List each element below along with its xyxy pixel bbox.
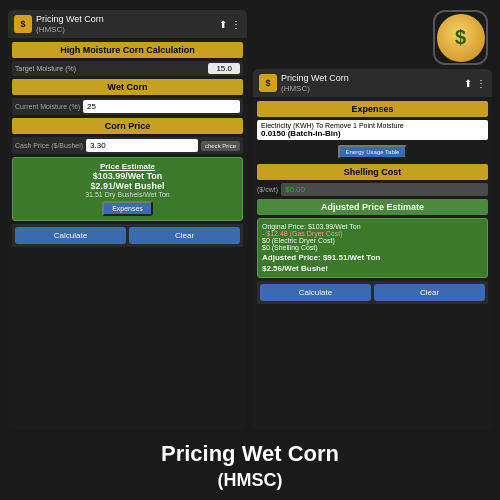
right-bottom-buttons: Calculate Clear [257, 281, 488, 304]
bottom-main-title: Pricing Wet Corn [0, 440, 500, 469]
adj-section-header: Adjusted Price Estimate [257, 199, 488, 215]
right-share-icon[interactable]: ⬆ [464, 78, 472, 89]
electricity-label: Electricity (KWH) To Remove 1 Point Mois… [261, 122, 484, 129]
shelling-section-header: Shelling Cost [257, 164, 488, 180]
app-corn-icon: $ [433, 10, 488, 65]
left-phone-header: $ Pricing Wet Corn (HMSC) ⬆ ⋮ [8, 10, 247, 38]
app-icon-container: $ [253, 10, 492, 65]
price-line-3: 31.51 Dry Bushels/Wet Ton [17, 191, 238, 198]
expenses-button[interactable]: Expenses [102, 201, 153, 216]
right-app-icon: $ [259, 74, 277, 92]
current-moisture-row: Current Moisture (%) [12, 98, 243, 115]
right-menu-icon[interactable]: ⋮ [476, 78, 486, 89]
right-icon-symbol: $ [265, 78, 270, 88]
right-calculate-button[interactable]: Calculate [260, 284, 371, 301]
check-price-button[interactable]: check Price [201, 141, 240, 151]
cash-price-input[interactable] [86, 139, 198, 152]
target-moisture-row: Target Moisture (%) 15.0 [12, 61, 243, 76]
gas-dryer-line: - $12.48 (Gas Dryer Cost) [262, 230, 483, 237]
left-header-title: Pricing Wet Corn (HMSC) [36, 14, 215, 34]
left-calculate-button[interactable]: Calculate [15, 227, 126, 244]
menu-icon[interactable]: ⋮ [231, 19, 241, 30]
panels-row: $ Pricing Wet Corn (HMSC) ⬆ ⋮ High Moist… [0, 0, 500, 434]
dollar-icon: $ [455, 26, 466, 49]
shelling-cost-line: $0 (Shelling Cost) [262, 244, 483, 251]
left-bottom-buttons: Calculate Clear [12, 224, 243, 247]
right-header-icons: ⬆ ⋮ [464, 78, 486, 89]
bottom-title-area: Pricing Wet Corn (HMSC) [0, 434, 500, 500]
share-icon[interactable]: ⬆ [219, 19, 227, 30]
hmc-section-header: High Moisture Corn Calculation [12, 42, 243, 58]
right-phone-body: Expenses Electricity (KWH) To Remove 1 P… [253, 97, 492, 430]
left-icon-symbol: $ [20, 19, 25, 29]
shelling-row: ($/cwt) $0.00 [257, 183, 488, 196]
left-clear-button[interactable]: Clear [129, 227, 240, 244]
adjusted-price-box: Original Price: $103.99/Wet Ton - $12.48… [257, 218, 488, 278]
right-phone-header: $ Pricing Wet Corn (HMSC) ⬆ ⋮ [253, 69, 492, 97]
adjusted-price-line: Adjusted Price: $91.51/Wet Ton [262, 253, 483, 262]
bottom-sub-title: (HMSC) [0, 469, 500, 492]
current-moisture-input[interactable] [83, 100, 240, 113]
wet-corn-section: Wet Corn [12, 79, 243, 95]
adjusted-bushel-line: $2.56/Wet Bushel [262, 264, 483, 273]
price-estimate-title: Price Estimate [17, 162, 238, 171]
energy-table-button[interactable]: Energy Usage Table [338, 145, 408, 159]
electric-dryer-line: $0 (Electric Dryer Cost) [262, 237, 483, 244]
left-app-icon: $ [14, 15, 32, 33]
right-side: $ $ Pricing Wet Corn (HMSC) ⬆ [253, 10, 492, 430]
expenses-section-header: Expenses [257, 101, 488, 117]
electricity-value: 0.0150 (Batch-In-Bin) [261, 129, 484, 138]
main-container: $ Pricing Wet Corn (HMSC) ⬆ ⋮ High Moist… [0, 0, 500, 500]
right-clear-button[interactable]: Clear [374, 284, 485, 301]
shelling-input[interactable]: $0.00 [281, 183, 488, 196]
cash-price-row: Cash Price ($/Bushel) check Price [12, 137, 243, 154]
original-price-line: Original Price: $103.99/Wet Ton [262, 223, 483, 230]
target-moisture-value: 15.0 [208, 63, 240, 74]
price-line-2: $2.91/Wet Bushel [17, 181, 238, 191]
left-phone-panel: $ Pricing Wet Corn (HMSC) ⬆ ⋮ High Moist… [8, 10, 247, 430]
target-moisture-label: Target Moisture (%) [15, 65, 76, 72]
left-header-icons: ⬆ ⋮ [219, 19, 241, 30]
right-header-title: Pricing Wet Corn (HMSC) [281, 73, 460, 93]
electricity-row: Electricity (KWH) To Remove 1 Point Mois… [257, 120, 488, 140]
left-phone-body: High Moisture Corn Calculation Target Mo… [8, 38, 247, 430]
price-estimate-box: Price Estimate $103.99/Wet Ton $2.91/Wet… [12, 157, 243, 221]
cash-price-label: Cash Price ($/Bushel) [15, 142, 83, 149]
right-phone-panel: $ Pricing Wet Corn (HMSC) ⬆ ⋮ Expenses [253, 69, 492, 430]
corn-circle-icon: $ [437, 14, 485, 62]
shelling-unit-label: ($/cwt) [257, 186, 278, 193]
current-moisture-label: Current Moisture (%) [15, 103, 80, 110]
price-line-1: $103.99/Wet Ton [17, 171, 238, 181]
corn-price-section: Corn Price [12, 118, 243, 134]
